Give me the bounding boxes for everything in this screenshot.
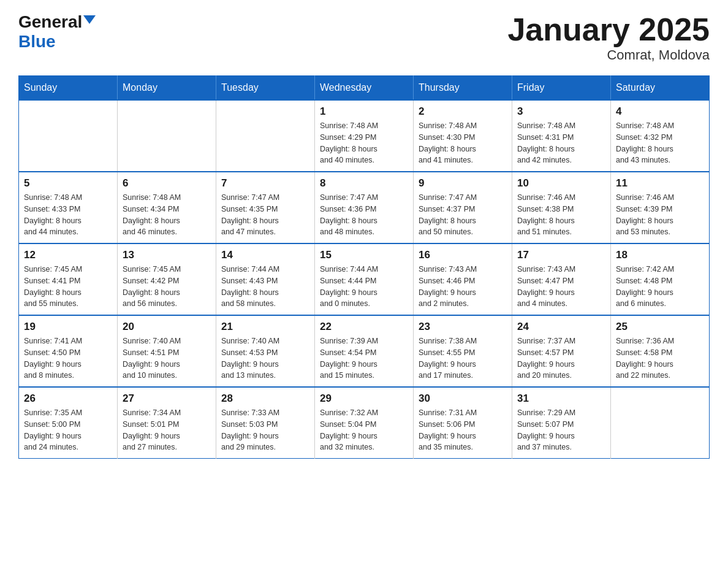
page-header: General Blue January 2025 Comrat, Moldov… <box>18 12 710 63</box>
week-row-2: 5Sunrise: 7:48 AMSunset: 4:33 PMDaylight… <box>19 172 710 243</box>
day-info: Sunrise: 7:41 AMSunset: 4:50 PMDaylight:… <box>24 335 112 381</box>
day-number: 9 <box>419 177 507 190</box>
weekday-header-tuesday: Tuesday <box>216 76 315 101</box>
weekday-header-thursday: Thursday <box>414 76 512 101</box>
day-info: Sunrise: 7:46 AMSunset: 4:39 PMDaylight:… <box>616 192 704 238</box>
calendar-cell: 31Sunrise: 7:29 AMSunset: 5:07 PMDayligh… <box>512 387 611 459</box>
calendar-table: SundayMondayTuesdayWednesdayThursdayFrid… <box>18 75 710 459</box>
day-number: 10 <box>517 177 605 190</box>
calendar-cell: 1Sunrise: 7:48 AMSunset: 4:29 PMDaylight… <box>315 100 414 172</box>
calendar-cell: 28Sunrise: 7:33 AMSunset: 5:03 PMDayligh… <box>216 387 315 459</box>
day-number: 3 <box>517 105 605 118</box>
weekday-header-sunday: Sunday <box>19 76 118 101</box>
day-info: Sunrise: 7:44 AMSunset: 4:44 PMDaylight:… <box>320 264 408 310</box>
day-info: Sunrise: 7:45 AMSunset: 4:42 PMDaylight:… <box>123 264 211 310</box>
calendar-cell: 11Sunrise: 7:46 AMSunset: 4:39 PMDayligh… <box>611 172 710 243</box>
day-number: 18 <box>616 249 704 261</box>
day-number: 26 <box>24 393 112 405</box>
weekday-header-row: SundayMondayTuesdayWednesdayThursdayFrid… <box>19 76 710 101</box>
day-info: Sunrise: 7:44 AMSunset: 4:43 PMDaylight:… <box>221 264 309 310</box>
day-number: 2 <box>419 105 507 118</box>
title-block: January 2025 Comrat, Moldova <box>507 12 710 63</box>
day-info: Sunrise: 7:29 AMSunset: 5:07 PMDaylight:… <box>517 407 605 453</box>
day-number: 1 <box>320 105 408 118</box>
day-number: 31 <box>517 393 605 405</box>
calendar-cell: 24Sunrise: 7:37 AMSunset: 4:57 PMDayligh… <box>512 315 611 387</box>
day-info: Sunrise: 7:48 AMSunset: 4:33 PMDaylight:… <box>24 192 112 238</box>
day-info: Sunrise: 7:33 AMSunset: 5:03 PMDaylight:… <box>221 407 309 453</box>
day-info: Sunrise: 7:40 AMSunset: 4:53 PMDaylight:… <box>221 335 309 381</box>
calendar-cell: 18Sunrise: 7:42 AMSunset: 4:48 PMDayligh… <box>611 243 710 315</box>
weekday-header-wednesday: Wednesday <box>315 76 414 101</box>
day-info: Sunrise: 7:48 AMSunset: 4:30 PMDaylight:… <box>419 120 507 166</box>
day-info: Sunrise: 7:40 AMSunset: 4:51 PMDaylight:… <box>123 335 211 381</box>
calendar-cell: 8Sunrise: 7:47 AMSunset: 4:36 PMDaylight… <box>315 172 414 243</box>
day-number: 6 <box>123 177 211 190</box>
day-info: Sunrise: 7:32 AMSunset: 5:04 PMDaylight:… <box>320 407 408 453</box>
calendar-cell: 23Sunrise: 7:38 AMSunset: 4:55 PMDayligh… <box>414 315 512 387</box>
day-number: 30 <box>419 393 507 405</box>
week-row-1: 1Sunrise: 7:48 AMSunset: 4:29 PMDaylight… <box>19 100 710 172</box>
calendar-cell: 13Sunrise: 7:45 AMSunset: 4:42 PMDayligh… <box>118 243 216 315</box>
day-info: Sunrise: 7:48 AMSunset: 4:34 PMDaylight:… <box>123 192 211 238</box>
day-info: Sunrise: 7:36 AMSunset: 4:58 PMDaylight:… <box>616 335 704 381</box>
calendar-cell: 10Sunrise: 7:46 AMSunset: 4:38 PMDayligh… <box>512 172 611 243</box>
day-info: Sunrise: 7:42 AMSunset: 4:48 PMDaylight:… <box>616 264 704 310</box>
day-number: 20 <box>123 321 211 333</box>
logo-general-text: General <box>18 12 82 32</box>
day-info: Sunrise: 7:31 AMSunset: 5:06 PMDaylight:… <box>419 407 507 453</box>
weekday-header-saturday: Saturday <box>611 76 710 101</box>
calendar-cell: 16Sunrise: 7:43 AMSunset: 4:46 PMDayligh… <box>414 243 512 315</box>
calendar-cell: 19Sunrise: 7:41 AMSunset: 4:50 PMDayligh… <box>19 315 118 387</box>
calendar-cell: 17Sunrise: 7:43 AMSunset: 4:47 PMDayligh… <box>512 243 611 315</box>
calendar-cell <box>19 100 118 172</box>
calendar-cell: 20Sunrise: 7:40 AMSunset: 4:51 PMDayligh… <box>118 315 216 387</box>
day-number: 19 <box>24 321 112 333</box>
day-number: 11 <box>616 177 704 190</box>
calendar-title: January 2025 <box>507 12 710 47</box>
day-info: Sunrise: 7:47 AMSunset: 4:35 PMDaylight:… <box>221 192 309 238</box>
calendar-cell: 7Sunrise: 7:47 AMSunset: 4:35 PMDaylight… <box>216 172 315 243</box>
day-info: Sunrise: 7:35 AMSunset: 5:00 PMDaylight:… <box>24 407 112 453</box>
calendar-cell: 6Sunrise: 7:48 AMSunset: 4:34 PMDaylight… <box>118 172 216 243</box>
day-info: Sunrise: 7:38 AMSunset: 4:55 PMDaylight:… <box>419 335 507 381</box>
calendar-cell: 26Sunrise: 7:35 AMSunset: 5:00 PMDayligh… <box>19 387 118 459</box>
day-number: 5 <box>24 177 112 190</box>
calendar-cell: 2Sunrise: 7:48 AMSunset: 4:30 PMDaylight… <box>414 100 512 172</box>
calendar-cell <box>118 100 216 172</box>
day-info: Sunrise: 7:48 AMSunset: 4:32 PMDaylight:… <box>616 120 704 166</box>
calendar-cell: 22Sunrise: 7:39 AMSunset: 4:54 PMDayligh… <box>315 315 414 387</box>
day-number: 4 <box>616 105 704 118</box>
day-number: 28 <box>221 393 309 405</box>
day-number: 24 <box>517 321 605 333</box>
day-number: 12 <box>24 249 112 261</box>
day-info: Sunrise: 7:46 AMSunset: 4:38 PMDaylight:… <box>517 192 605 238</box>
calendar-cell: 12Sunrise: 7:45 AMSunset: 4:41 PMDayligh… <box>19 243 118 315</box>
day-number: 8 <box>320 177 408 190</box>
day-number: 13 <box>123 249 211 261</box>
day-number: 29 <box>320 393 408 405</box>
day-info: Sunrise: 7:48 AMSunset: 4:31 PMDaylight:… <box>517 120 605 166</box>
calendar-cell: 30Sunrise: 7:31 AMSunset: 5:06 PMDayligh… <box>414 387 512 459</box>
day-number: 7 <box>221 177 309 190</box>
day-info: Sunrise: 7:48 AMSunset: 4:29 PMDaylight:… <box>320 120 408 166</box>
day-info: Sunrise: 7:45 AMSunset: 4:41 PMDaylight:… <box>24 264 112 310</box>
calendar-cell: 4Sunrise: 7:48 AMSunset: 4:32 PMDaylight… <box>611 100 710 172</box>
calendar-subtitle: Comrat, Moldova <box>507 47 710 63</box>
calendar-cell: 9Sunrise: 7:47 AMSunset: 4:37 PMDaylight… <box>414 172 512 243</box>
logo: General Blue <box>18 12 96 52</box>
day-info: Sunrise: 7:43 AMSunset: 4:47 PMDaylight:… <box>517 264 605 310</box>
day-info: Sunrise: 7:37 AMSunset: 4:57 PMDaylight:… <box>517 335 605 381</box>
day-info: Sunrise: 7:43 AMSunset: 4:46 PMDaylight:… <box>419 264 507 310</box>
logo-triangle-icon <box>83 15 96 24</box>
day-info: Sunrise: 7:47 AMSunset: 4:36 PMDaylight:… <box>320 192 408 238</box>
calendar-cell: 21Sunrise: 7:40 AMSunset: 4:53 PMDayligh… <box>216 315 315 387</box>
weekday-header-friday: Friday <box>512 76 611 101</box>
day-number: 25 <box>616 321 704 333</box>
calendar-cell: 3Sunrise: 7:48 AMSunset: 4:31 PMDaylight… <box>512 100 611 172</box>
calendar-cell: 25Sunrise: 7:36 AMSunset: 4:58 PMDayligh… <box>611 315 710 387</box>
calendar-cell <box>611 387 710 459</box>
week-row-5: 26Sunrise: 7:35 AMSunset: 5:00 PMDayligh… <box>19 387 710 459</box>
day-number: 23 <box>419 321 507 333</box>
calendar-cell: 15Sunrise: 7:44 AMSunset: 4:44 PMDayligh… <box>315 243 414 315</box>
